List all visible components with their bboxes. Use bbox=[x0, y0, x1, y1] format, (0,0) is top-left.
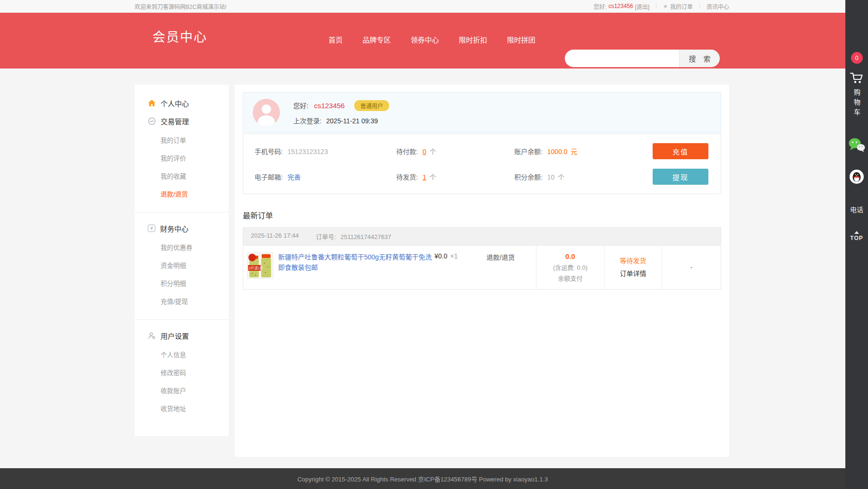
topbar-news-link[interactable]: 资讯中心 bbox=[706, 2, 729, 10]
order-amount: 0.0 bbox=[565, 250, 575, 263]
cart-label[interactable]: 购物车 bbox=[852, 89, 861, 119]
pending-payment-label: 待付款: bbox=[396, 148, 418, 155]
order-meta-bar: 2025-11-26 17:44 订单号: 251126174427637 bbox=[243, 228, 721, 246]
sidebar-item-my-coupons[interactable]: 我的优惠券 bbox=[135, 238, 229, 256]
balance-field: 账户余额: 1000.0 元 bbox=[514, 146, 653, 156]
nav-item-brands[interactable]: 品牌专区 bbox=[362, 34, 391, 44]
withdraw-button[interactable]: 提现 bbox=[653, 169, 708, 185]
refund-link[interactable]: 退款/退货 bbox=[486, 252, 536, 262]
nav-item-groupbuy[interactable]: 限时拼团 bbox=[507, 34, 536, 44]
last-login-label: 上次登录: bbox=[293, 117, 322, 125]
topbar-username: cs123456 bbox=[608, 3, 633, 9]
nav-item-home[interactable]: 首页 bbox=[328, 34, 342, 44]
shipping-note: (含运费: 0.0) bbox=[553, 263, 587, 274]
content-area: 个人中心 交易管理 我的订单 我的评价 我的收藏 退款/退货 bbox=[0, 69, 845, 468]
sidebar-item-change-password[interactable]: 修改密码 bbox=[135, 363, 229, 381]
account-summary-card: 手机号码: 15123123123 待付款: 0 个 账户余额: 1000.0 … bbox=[243, 134, 721, 194]
nav-item-coupons[interactable]: 领券中心 bbox=[410, 34, 439, 44]
phone-label: 手机号码: bbox=[255, 148, 283, 155]
sidebar-item-my-orders[interactable]: 我的订单 bbox=[135, 131, 229, 149]
sidebar-item-payment-account[interactable]: 收款账户 bbox=[135, 381, 229, 399]
phone-value: 15123123123 bbox=[288, 148, 328, 155]
sidebar-section-settings: 用户设置 个人信息 修改密码 收款账户 收货地址 bbox=[135, 319, 229, 422]
pending-payment-field: 待付款: 0 个 bbox=[396, 146, 514, 156]
latest-orders-title: 最新订单 bbox=[243, 209, 721, 221]
topbar-my-orders-link[interactable]: 我的订单 bbox=[670, 2, 693, 10]
sidebar-section-transactions: 交易管理 我的订单 我的评价 我的收藏 退款/退货 bbox=[135, 113, 229, 207]
order-refund-cell: 退款/退货 bbox=[486, 246, 536, 289]
order-product-cell: 买2斤送1斤 新疆特产吐鲁番大颗粒葡萄干500g无籽黄萄葡干免洗即食散装包邮 bbox=[243, 246, 434, 289]
divider bbox=[699, 3, 700, 9]
balance-label: 账户余额: bbox=[514, 148, 543, 155]
balance-value: 1000.0 bbox=[547, 148, 568, 155]
nav-item-discounts[interactable]: 限时折扣 bbox=[459, 34, 487, 44]
sidebar-group-user-settings[interactable]: 用户设置 bbox=[135, 327, 229, 343]
cart-count-badge[interactable]: 0 bbox=[851, 52, 863, 64]
sidebar-item-funds-detail[interactable]: 资金明细 bbox=[135, 256, 229, 274]
sidebar-item-points-detail[interactable]: 积分明细 bbox=[135, 274, 229, 292]
search-input[interactable] bbox=[565, 50, 679, 67]
unit-label: 个 bbox=[558, 173, 564, 181]
order-status-cell: 等待发货 订单详情 bbox=[604, 246, 662, 289]
sidebar-section-finance: ¥ 财务中心 我的优惠券 资金明细 积分明细 充值/提现 bbox=[135, 212, 229, 315]
last-login-value: 2025-11-21 09:39 bbox=[326, 117, 378, 125]
balance-unit: 元 bbox=[571, 148, 578, 155]
main-nav: 首页 品牌专区 领券中心 限时折扣 限时拼团 bbox=[135, 34, 729, 44]
order-status: 等待发货 bbox=[620, 255, 647, 267]
product-title-link[interactable]: 新疆特产吐鲁番大颗粒葡萄干500g无籽黄萄葡干免洗即食散装包邮 bbox=[278, 252, 434, 283]
profile-username: cs123456 bbox=[314, 102, 345, 110]
main-column: 欢迎来到刀客源码网B2C商城演示站! 您好: cs123456 [退出] ★ 我… bbox=[0, 0, 845, 489]
copyright-text: Copyright © 2015-2025 All Rights Reserve… bbox=[298, 474, 548, 483]
sidebar-title-label: 用户设置 bbox=[161, 331, 189, 341]
sidebar-item-refunds[interactable]: 退款/退货 bbox=[135, 185, 229, 203]
order-time: 2025-11-26 17:44 bbox=[251, 232, 299, 241]
sidebar-title-label: 个人中心 bbox=[161, 98, 189, 108]
finance-icon: ¥ bbox=[148, 224, 155, 232]
home-icon bbox=[148, 99, 156, 107]
cart-icon[interactable] bbox=[850, 71, 864, 86]
sidebar-item-my-favorites[interactable]: 我的收藏 bbox=[135, 167, 229, 185]
wechat-icon[interactable] bbox=[848, 137, 865, 154]
phone-field: 手机号码: 15123123123 bbox=[255, 146, 396, 156]
sidebar-title-label: 交易管理 bbox=[161, 116, 189, 126]
phone-contact-label[interactable]: 电话 bbox=[850, 205, 863, 214]
profile-card: 您好: cs123456 普通用户 上次登录: 2025-11-21 09:39 bbox=[243, 92, 721, 133]
qq-icon[interactable] bbox=[850, 170, 864, 186]
email-field: 电子邮箱: 完善 bbox=[255, 172, 396, 181]
order-card: 2025-11-26 17:44 订单号: 251126174427637 bbox=[243, 227, 721, 290]
product-price: ¥0.0 bbox=[434, 252, 447, 260]
search-bar: 搜 索 bbox=[565, 50, 720, 67]
pending-shipment-field: 待发货: 1 个 bbox=[396, 172, 514, 181]
sidebar-item-personal-center[interactable]: 个人中心 bbox=[135, 95, 229, 111]
sidebar-title-label: 财务中心 bbox=[160, 223, 188, 233]
logout-link[interactable]: [退出] bbox=[635, 2, 649, 10]
sidebar-group-transactions[interactable]: 交易管理 bbox=[135, 113, 229, 129]
transactions-icon bbox=[148, 117, 156, 125]
sidebar-item-recharge-withdraw[interactable]: 充值/提现 bbox=[135, 292, 229, 310]
product-image[interactable]: 买2斤送1斤 bbox=[247, 252, 273, 279]
sidebar-item-shipping-address[interactable]: 收货地址 bbox=[135, 399, 229, 417]
greeting-label: 您好: bbox=[594, 2, 606, 10]
up-arrow-icon bbox=[854, 231, 859, 234]
user-settings-icon bbox=[148, 332, 156, 340]
search-button[interactable]: 搜 索 bbox=[679, 50, 720, 67]
email-complete-link[interactable]: 完善 bbox=[288, 173, 301, 181]
product-quantity: ×1 bbox=[450, 252, 458, 260]
order-number: 订单号: 251126174427637 bbox=[316, 232, 391, 241]
order-detail-link[interactable]: 订单详情 bbox=[620, 267, 647, 280]
pending-payment-count-link[interactable]: 0 bbox=[423, 148, 426, 155]
sidebar-section-personal: 个人中心 bbox=[135, 95, 229, 113]
sidebar-group-finance[interactable]: ¥ 财务中心 bbox=[135, 220, 229, 236]
sidebar-item-my-reviews[interactable]: 我的评价 bbox=[135, 149, 229, 167]
order-number-value: 251126174427637 bbox=[340, 233, 391, 240]
recharge-button[interactable]: 充值 bbox=[653, 143, 708, 159]
payment-method: 余额支付 bbox=[558, 274, 582, 284]
pending-shipment-count-link[interactable]: 1 bbox=[423, 173, 426, 181]
product-image-label: 买2斤送1斤 bbox=[247, 266, 264, 270]
sidebar-item-personal-info[interactable]: 个人信息 bbox=[135, 345, 229, 363]
order-number-label: 订单号: bbox=[316, 233, 336, 240]
back-to-top-button[interactable]: TOP bbox=[850, 231, 863, 241]
site-header: 会员中心 首页 品牌专区 领券中心 限时折扣 限时拼团 搜 索 bbox=[0, 13, 845, 69]
top-label: TOP bbox=[850, 235, 863, 241]
main-panel: 您好: cs123456 普通用户 上次登录: 2025-11-21 09:39 bbox=[235, 85, 729, 457]
